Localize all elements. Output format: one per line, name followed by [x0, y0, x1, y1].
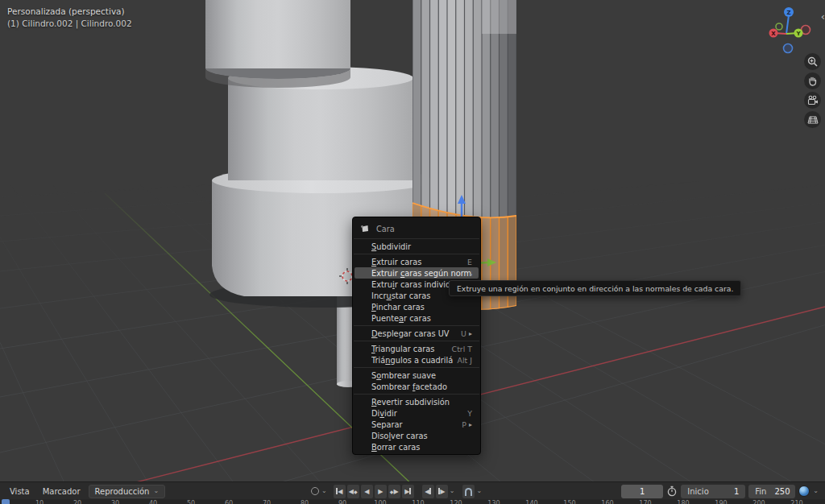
menu-separator: [354, 367, 479, 368]
keying-set-icon[interactable]: [311, 487, 319, 495]
menu-marcador[interactable]: Marcador: [38, 485, 85, 498]
gizmo-x-label: X: [771, 31, 776, 37]
menu-vista[interactable]: Vista: [5, 485, 35, 498]
ruler-frame-label: 50: [187, 501, 195, 504]
frame-range-controls: 1 Inicio 1 Fin 250 ⌄: [621, 484, 819, 498]
tooltip: Extruye una región en conjunto en direcc…: [449, 280, 741, 296]
gizmo-axis-neg-z[interactable]: [784, 44, 793, 53]
chevron-down-icon[interactable]: ⌄: [321, 488, 327, 494]
gizmo-y-label: Y: [795, 31, 801, 37]
current-frame-field[interactable]: 1: [621, 485, 663, 498]
ruler-frame-label: 170: [639, 501, 651, 504]
menu-item-disolver-caras[interactable]: Disolver caras: [354, 430, 479, 441]
submenu-arrow-icon: ▸: [469, 330, 472, 337]
context-menu-title: Cara: [376, 225, 395, 233]
viewport-tools: [804, 53, 821, 128]
context-menu-header: Cara: [353, 221, 480, 237]
gizmo-axis-neg-y[interactable]: [776, 23, 782, 30]
chevron-down-icon[interactable]: ⌄: [813, 488, 819, 494]
sidebar-toggle-icon[interactable]: ‹: [821, 11, 825, 22]
ruler-frame-label: 20: [73, 501, 81, 504]
3d-viewport[interactable]: Personalizada (perspectiva) (1) Cilindro…: [0, 0, 825, 481]
ruler-frame-label: 80: [301, 501, 309, 504]
menu-item-extruir-caras[interactable]: Extruir carasE: [354, 256, 479, 267]
navigation-gizmo[interactable]: Z X Y: [764, 2, 814, 56]
snap-button[interactable]: [462, 485, 475, 498]
ruler-frame-label: 150: [563, 501, 575, 504]
active-object-label: (1) Cilindro.002 | Cilindro.002: [7, 18, 132, 30]
ruler-frame-label: 160: [601, 501, 613, 504]
ruler-frame-label: 140: [525, 501, 537, 504]
ruler-frame-label: 110: [412, 501, 424, 504]
menu-item-subdividir[interactable]: Subdividir: [354, 241, 479, 252]
jump-to-start-button[interactable]: ◀: [334, 485, 346, 498]
menu-item-puentear-caras[interactable]: Puentear caras: [354, 312, 479, 324]
chevron-down-icon: ⌄: [153, 488, 159, 494]
menu-item-borrar-caras[interactable]: Borrar caras: [354, 441, 479, 452]
ruler-frame-label: 100: [374, 501, 386, 504]
timeline-header: Vista Marcador Reproducción ⌄ ⌄ ◀ ◀◆ ◀ ▶…: [0, 481, 825, 499]
menu-separator: [354, 238, 479, 239]
menu-separator: [354, 341, 479, 341]
menu-item-dividir[interactable]: DividirY: [354, 407, 479, 419]
step-back-button[interactable]: ◀: [422, 485, 434, 498]
ruler-frame-label: 70: [263, 501, 271, 504]
zoom-icon: [807, 56, 818, 67]
pan-hand-icon: [807, 76, 818, 86]
ruler-frame-label: 130: [487, 501, 500, 504]
chevron-down-icon[interactable]: ⌄: [476, 488, 482, 494]
playhead-marker[interactable]: [2, 499, 10, 504]
jump-to-end-button[interactable]: ▶: [402, 485, 414, 498]
zoom-button[interactable]: [804, 53, 821, 70]
submenu-arrow-icon: ▸: [469, 421, 472, 428]
timeline-ruler[interactable]: 1020304050607080901001101201301401501601…: [0, 499, 825, 504]
menu-separator: [354, 254, 479, 254]
menu-item-triangulos-a-cuadrilateros[interactable]: Triángulos a cuadriláterosAlt J: [354, 354, 479, 366]
toggle-ortho-grid-icon: [807, 114, 819, 125]
face-context-menu: Cara SubdividirExtruir carasEExtruir car…: [352, 217, 481, 455]
play-button[interactable]: ▶: [375, 485, 387, 498]
ruler-frame-label: 10: [35, 501, 44, 504]
menu-item-sombrear-facetado[interactable]: Sombrear facetado: [354, 381, 479, 392]
camera-view-icon: [807, 95, 819, 105]
ruler-frame-label: 90: [338, 501, 346, 504]
blender-window: Personalizada (perspectiva) (1) Cilindro…: [0, 0, 825, 504]
ortho-toggle-button[interactable]: [804, 111, 821, 128]
gizmo-z-label: Z: [786, 10, 790, 16]
step-forward-button[interactable]: ▶: [436, 485, 448, 498]
play-reverse-button[interactable]: ◀: [361, 485, 373, 498]
menu-separator: [354, 325, 479, 326]
playback-dropdown[interactable]: Reproducción ⌄: [89, 485, 166, 498]
ruler-frame-label: 180: [677, 501, 689, 504]
menu-item-separar[interactable]: SepararP▸: [354, 419, 479, 430]
menu-item-pinchar-caras[interactable]: Pinchar caras: [354, 301, 479, 312]
ruler-frame-label: 190: [715, 501, 727, 504]
menu-item-extruir-caras-segun-normales[interactable]: Extruir caras según normales: [354, 267, 479, 279]
frame-start-field[interactable]: Inicio 1: [681, 485, 745, 498]
menu-separator: [354, 394, 479, 395]
ruler-frame-label: 120: [450, 501, 462, 504]
tooltip-text: Extruye una región en conjunto en direcc…: [457, 284, 733, 293]
ruler-frame-label: 40: [149, 501, 157, 504]
face-select-icon: [360, 224, 370, 233]
menu-item-desplegar-caras-uv[interactable]: Desplegar caras UVU▸: [354, 328, 479, 339]
view-name-label: Personalizada (perspectiva): [7, 6, 132, 18]
stopwatch-icon: [666, 485, 678, 497]
viewport-info-overlay: Personalizada (perspectiva) (1) Cilindro…: [7, 6, 132, 30]
menu-item-sombrear-suave[interactable]: Sombrear suave: [354, 370, 479, 381]
ruler-frame-label: 200: [752, 501, 765, 504]
sync-icon[interactable]: [798, 485, 810, 497]
ruler-frame-label: 30: [111, 501, 119, 504]
transport-controls: ⌄ ◀ ◀◆ ◀ ▶ ◆▶ ▶ ◀ ▶ ⌄ ⌄: [311, 484, 482, 498]
menu-item-triangular-caras[interactable]: Triangular carasCtrl T: [354, 343, 479, 354]
ruler-frame-label: 210: [790, 501, 802, 504]
previous-keyframe-button[interactable]: ◀◆: [347, 485, 359, 498]
ruler-frame-label: 60: [225, 501, 233, 504]
pan-button[interactable]: [804, 72, 821, 89]
snap-magnet-icon: [465, 488, 472, 496]
menu-item-revertir-subdivision[interactable]: Revertir subdivisión: [354, 396, 479, 407]
frame-end-field[interactable]: Fin 250: [748, 485, 795, 498]
camera-view-button[interactable]: [804, 92, 821, 109]
next-keyframe-button[interactable]: ◆▶: [388, 485, 400, 498]
chevron-down-icon[interactable]: ⌄: [450, 488, 455, 494]
